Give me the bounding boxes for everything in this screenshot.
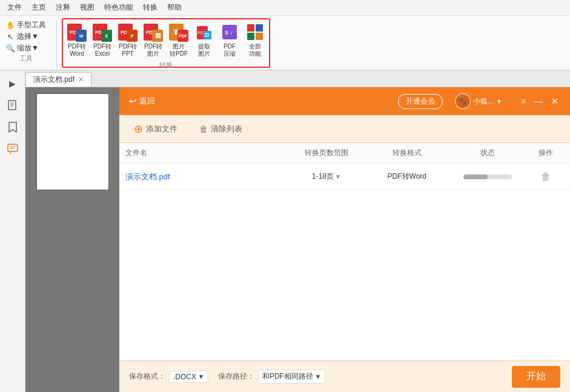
tab-bar: 演示文档.pdf ✕ bbox=[0, 70, 570, 87]
menu-annotate[interactable]: 注释 bbox=[51, 1, 75, 14]
file-format-cell: PDF转Word bbox=[366, 171, 447, 182]
th-action: 操作 bbox=[528, 148, 564, 158]
clear-list-button[interactable]: 🗑 清除列表 bbox=[194, 121, 247, 137]
svg-rect-10 bbox=[256, 33, 263, 40]
ribbon-left-tools: ✋ 手型工具 ↖ 选择▼ 🔍 缩放▼ 工具 bbox=[4, 18, 48, 64]
start-button[interactable]: 开始 bbox=[512, 366, 560, 388]
svg-text:S: S bbox=[225, 30, 228, 36]
clear-list-label: 清除列表 bbox=[211, 124, 242, 135]
pdf-to-image-icon: PDF 🖼 → bbox=[144, 22, 163, 42]
user-avatar: 🐾 bbox=[455, 93, 471, 109]
sidebar-expand-icon[interactable]: ▶ bbox=[4, 75, 21, 92]
svg-rect-7 bbox=[247, 24, 254, 32]
menu-home[interactable]: 主页 bbox=[27, 1, 51, 14]
extract-image-icon: PDF 🖼 bbox=[194, 22, 214, 42]
plus-icon: ⊕ bbox=[134, 122, 143, 136]
win-menu-icon[interactable]: ≡ bbox=[519, 96, 528, 106]
menu-convert[interactable]: 转换 bbox=[138, 1, 162, 14]
convert-icons-row: PDF W → PDF转 Word PDF E → bbox=[65, 21, 267, 59]
ribbon-divider bbox=[56, 21, 57, 67]
win-controls: ≡ — ✕ bbox=[519, 96, 560, 106]
pdf-to-excel-icon: PDF E → bbox=[93, 22, 112, 42]
sidebar-bookmark-icon[interactable] bbox=[4, 119, 21, 136]
th-status: 状态 bbox=[447, 148, 528, 158]
delete-file-icon[interactable]: 🗑 bbox=[541, 171, 551, 182]
conversion-panel: ↩ 返回 开通会员 🐾 小狐... ▼ ≡ — ✕ ⊕ 添加文件 🗑 bbox=[119, 87, 570, 392]
file-action-cell[interactable]: 🗑 bbox=[528, 171, 564, 182]
left-sidebar: ▶ bbox=[0, 70, 25, 392]
pdf-to-ppt-btn[interactable]: PDF P → PDF转 PPT bbox=[116, 21, 139, 59]
back-label: 返回 bbox=[139, 96, 155, 107]
menu-view[interactable]: 视图 bbox=[75, 1, 99, 14]
add-file-button[interactable]: ⊕ 添加文件 bbox=[129, 120, 182, 138]
sidebar-comment-icon[interactable] bbox=[4, 141, 21, 158]
save-path-dropdown[interactable]: 和PDF相同路径 ▼ bbox=[258, 370, 325, 384]
hand-tool[interactable]: ✋ 手型工具 bbox=[4, 19, 48, 31]
pages-dropdown-icon: ▼ bbox=[335, 173, 341, 180]
pdf-to-image-btn[interactable]: PDF 🖼 → PDF转 图片 bbox=[142, 21, 165, 59]
save-path-area: 保存路径： 和PDF相同路径 ▼ bbox=[218, 370, 325, 384]
extract-image-btn[interactable]: PDF 🖼 提取 图片 bbox=[193, 21, 216, 59]
image-to-pdf-btn[interactable]: 🖼 PDF → 图片 转PDF bbox=[167, 21, 190, 59]
pdf-page-thumbnail bbox=[36, 93, 109, 190]
tab-close-icon[interactable]: ✕ bbox=[78, 76, 84, 84]
pages-value: 1-18页 bbox=[312, 171, 334, 182]
trash-icon: 🗑 bbox=[199, 124, 208, 134]
path-value: 和PDF相同路径 bbox=[262, 371, 313, 382]
file-name-cell[interactable]: 演示文档.pdf bbox=[125, 171, 287, 182]
menu-file[interactable]: 文件 bbox=[2, 1, 27, 14]
table-row: 演示文档.pdf 1-18页 ▼ PDF转Word 🗑 bbox=[119, 164, 570, 190]
select-tool[interactable]: ↖ 选择▼ bbox=[4, 31, 48, 42]
save-path-label: 保存路径： bbox=[218, 371, 254, 382]
tab-label: 演示文档.pdf bbox=[33, 75, 75, 85]
tab-demo-pdf[interactable]: 演示文档.pdf ✕ bbox=[25, 72, 91, 87]
pdf-to-word-icon: PDF W → bbox=[67, 22, 87, 42]
convert-section: PDF W → PDF转 Word PDF E → bbox=[62, 18, 270, 68]
user-area[interactable]: 🐾 小狐... ▼ bbox=[455, 93, 502, 109]
sidebar-pages-icon[interactable] bbox=[4, 97, 21, 114]
pdf-compress-btn[interactable]: S ↓ PDF 压缩 bbox=[218, 21, 241, 59]
main-area: ↩ 返回 开通会员 🐾 小狐... ▼ ≡ — ✕ ⊕ 添加文件 🗑 bbox=[25, 87, 570, 392]
th-pages: 转换页数范围 bbox=[287, 148, 367, 158]
select-icon: ↖ bbox=[5, 32, 15, 42]
member-button[interactable]: 开通会员 bbox=[398, 94, 443, 109]
back-button[interactable]: ↩ 返回 bbox=[129, 96, 155, 107]
add-file-label: 添加文件 bbox=[146, 124, 177, 135]
svg-text:↓: ↓ bbox=[230, 30, 233, 36]
format-dropdown-icon: ▼ bbox=[198, 373, 204, 380]
panel-bottombar: 保存格式： .DOCX ▼ 保存路径： 和PDF相同路径 ▼ 开始 bbox=[119, 360, 570, 392]
user-name: 小狐... bbox=[473, 96, 494, 107]
progress-bar-fill bbox=[463, 174, 488, 179]
menu-features[interactable]: 特色功能 bbox=[99, 1, 138, 14]
save-format-dropdown[interactable]: .DOCX ▼ bbox=[169, 371, 208, 383]
zoom-tool[interactable]: 🔍 缩放▼ bbox=[4, 42, 48, 54]
convert-section-label: 转换 bbox=[159, 61, 173, 70]
panel-topbar: ↩ 返回 开通会员 🐾 小狐... ▼ ≡ — ✕ bbox=[119, 87, 570, 115]
file-table: 文件名 转换页数范围 转换格式 状态 操作 演示文档.pdf 1-18页 ▼ P… bbox=[119, 143, 570, 360]
th-filename: 文件名 bbox=[125, 148, 287, 158]
hand-icon: ✋ bbox=[5, 21, 15, 30]
pdf-to-excel-btn[interactable]: PDF E → PDF转 Excel bbox=[91, 21, 114, 59]
pdf-to-ppt-icon: PDF P → bbox=[118, 22, 138, 42]
svg-rect-8 bbox=[256, 24, 263, 32]
zoom-icon: 🔍 bbox=[5, 44, 15, 53]
panel-actionbar: ⊕ 添加文件 🗑 清除列表 bbox=[119, 115, 570, 143]
svg-rect-9 bbox=[247, 33, 254, 40]
menu-bar: 文件 主页 注释 视图 特色功能 转换 帮助 bbox=[0, 0, 570, 16]
win-minimize-icon[interactable]: — bbox=[532, 96, 545, 106]
pdf-preview bbox=[25, 87, 119, 392]
path-dropdown-icon: ▼ bbox=[315, 373, 321, 380]
th-format: 转换格式 bbox=[366, 148, 447, 158]
all-functions-btn[interactable]: 全部 功能 bbox=[244, 21, 267, 59]
win-close-icon[interactable]: ✕ bbox=[549, 96, 560, 106]
pdf-compress-icon: S ↓ bbox=[220, 22, 239, 42]
image-to-pdf-icon: 🖼 PDF → bbox=[169, 22, 188, 42]
progress-bar-background bbox=[463, 174, 512, 179]
menu-help[interactable]: 帮助 bbox=[162, 1, 187, 14]
pdf-to-word-btn[interactable]: PDF W → PDF转 Word bbox=[65, 21, 88, 59]
save-format-label: 保存格式： bbox=[129, 371, 165, 382]
save-format-area: 保存格式： .DOCX ▼ bbox=[129, 371, 208, 383]
back-icon: ↩ bbox=[129, 96, 137, 107]
file-pages-cell[interactable]: 1-18页 ▼ bbox=[287, 171, 367, 182]
table-header: 文件名 转换页数范围 转换格式 状态 操作 bbox=[119, 143, 570, 164]
